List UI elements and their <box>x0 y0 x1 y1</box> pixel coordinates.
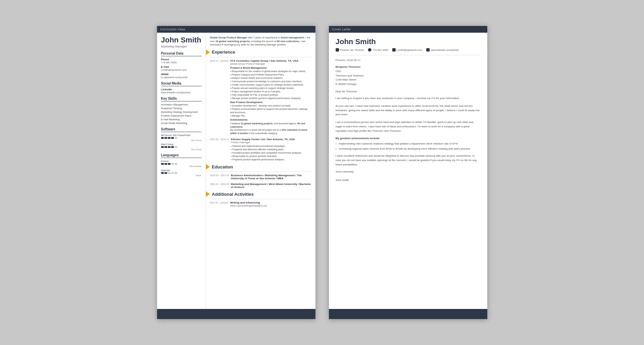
dot1 <box>161 172 164 174</box>
exp-1-b9: • Manage product portfolio (product segm… <box>230 97 311 100</box>
exp-1-role: Global Group Product Manager <box>230 62 311 65</box>
cv-lang-1-label: Intermediate <box>161 165 202 167</box>
cv-skill-1: Innovation Management <box>161 103 202 106</box>
cv-skill-6: Social Media Marketing <box>161 122 202 125</box>
cv-intro-bold: Global Group Product Manager <box>210 36 247 39</box>
edu-item-1: 2005-09 - 2007-05 Business Administratio… <box>210 174 311 180</box>
exp-2-b4: • Responsible for product portfolio fore… <box>231 155 311 158</box>
dot2 <box>164 172 167 174</box>
exp-2-b2: • Prepared and delivered effective marke… <box>231 148 311 151</box>
cv-linkedin: www.linkedin.com/johnntw <box>161 91 202 94</box>
dot2 <box>164 163 167 165</box>
cv-intro: Global Group Product Manager with 7 year… <box>210 36 311 47</box>
cv-skills-heading: Key Skills <box>161 97 202 101</box>
dot4 <box>171 146 174 148</box>
cover-letter-document: Cover Letter John Smith Phoenix, AZ, Pho… <box>329 26 487 319</box>
cv-software-1-name: MS Excel, MS PowerPoint <box>161 134 202 137</box>
exp-item-1: 2010-12 - present XYZ Cosmetics Capital … <box>210 59 311 135</box>
cl-recipient-addr1: 1140 Main Street <box>336 78 481 82</box>
cl-location: Phoenix, AZ, Phoenix <box>336 48 364 52</box>
email-icon <box>392 48 396 52</box>
exp-1-nb1: • Innovation development - develop new p… <box>230 104 311 107</box>
cv-languages-heading: Languages <box>161 153 202 158</box>
cl-recipient-company: Thomson and Thomson <box>336 74 481 78</box>
cv-email-label: E-mail <box>161 65 202 68</box>
exp-1-sub3: Achievements: <box>230 118 311 121</box>
exp-1-b3: • Analyze market trends and recommend so… <box>230 76 311 80</box>
cl-footer <box>329 309 487 319</box>
cv-footer <box>157 309 315 319</box>
cl-location-text: Phoenix, AZ, Phoenix <box>340 49 364 52</box>
cl-closing: Yours sincerely John Smith <box>336 170 481 182</box>
linkedin-icon <box>426 48 430 52</box>
exp-1-b8: • Fully responsible for P&L of product p… <box>230 93 311 96</box>
cl-email: j.smith@uptowork.com <box>392 48 422 52</box>
cl-closing-text: Yours sincerely <box>336 170 481 173</box>
exp-1-b2: • Prepare Category and Portfolio Deploym… <box>230 73 311 76</box>
cv-document: Curriculum Vitae John Smith Marketing Ma… <box>157 26 315 319</box>
cv-skill-2: Analytical Thinking <box>161 107 202 110</box>
cl-recipient-name: Benjamin Thomson <box>336 65 481 69</box>
edu-1-details: Business Administration / Marketing Mana… <box>231 174 311 180</box>
exp-1-nb3: • Manage P&L. <box>230 114 311 117</box>
exp-2-dates: 2007-09 - 2010-11 <box>210 138 231 161</box>
dot1 <box>161 137 164 139</box>
cv-sidebar: John Smith Marketing Manager Personal Da… <box>157 33 206 309</box>
dot5 <box>175 146 177 148</box>
dot3 <box>168 146 171 148</box>
cv-activities-header: Additional Activities <box>210 191 311 197</box>
cv-software-2-name: Mail Chimp <box>161 143 202 146</box>
cl-achievements-title: My greatest achievements include: <box>336 137 481 140</box>
dot5 <box>175 163 177 165</box>
education-arrow-icon <box>206 164 210 169</box>
exp-1-b5: • Create communication support plans for… <box>230 83 311 86</box>
cl-linkedin: www.linkedin.com/johntw <box>426 48 459 52</box>
cl-signature: John Smith <box>336 179 481 182</box>
cv-software-2: Mail Chimp Very Good <box>161 143 202 151</box>
exp-2-b3: • Provided product portfolios and compet… <box>231 151 311 154</box>
exp-2-b1: • Planned and implemented promotional ca… <box>231 145 311 148</box>
cl-para-3: I am a conscientious person who works ha… <box>336 120 481 133</box>
cv-education-title: Education <box>212 164 233 169</box>
dot3 <box>168 163 171 165</box>
dot2 <box>164 137 167 139</box>
dot4 <box>171 137 174 139</box>
cv-activities-divider <box>210 199 311 199</box>
exp-1-sub1: Product & Brand Management: <box>230 66 311 69</box>
dot4 <box>171 172 174 174</box>
cl-linkedin-text: www.linkedin.com/johntw <box>431 49 459 52</box>
cl-body: John Smith Phoenix, AZ, Phoenix 774-987-… <box>329 33 487 309</box>
exp-1-b4: • Communicate product knowledge to custo… <box>230 80 311 83</box>
cv-www-label: WWW <box>161 73 202 76</box>
cv-lang-1-rating <box>161 163 202 165</box>
exp-1-bold3: 19% reduction of stock within 3 months <box>230 129 307 134</box>
cl-email-text: j.smith@uptowork.com <box>397 49 422 52</box>
cv-software-2-rating <box>161 146 202 148</box>
cl-contact-row: Phoenix, AZ, Phoenix 774-987-4009 j.smit… <box>336 48 481 52</box>
activity-1-dates: 2012-01 - present <box>210 201 230 208</box>
cl-name: John Smith <box>336 37 481 46</box>
cl-header-label: Cover Letter <box>332 28 351 31</box>
cl-header-divider <box>336 55 481 55</box>
cv-linkedin-label: LinkedIn <box>161 88 202 91</box>
experience-arrow-icon <box>206 50 210 55</box>
cv-software-1-label: Very Good <box>161 139 202 142</box>
cv-intro-bold3: 10 global marketing projects, <box>215 40 250 43</box>
edu-2-details: Marketing and Management / West Miami Un… <box>231 183 311 189</box>
exp-1-b6: • Prepare annual marketing plans to supp… <box>230 87 311 90</box>
dot1 <box>161 163 164 165</box>
cv-job-title: Marketing Manager <box>161 45 202 48</box>
cv-phone-label: Phone <box>161 58 202 61</box>
cv-activities-title: Additional Activities <box>212 192 254 197</box>
cl-achievement-1: Implementing new customer relations stra… <box>336 142 481 146</box>
exp-1-b1: • Responsible for the creation of global… <box>230 70 311 73</box>
activity-item-1: 2012-01 - present Writing and Influencin… <box>210 201 311 208</box>
cl-recipient-title: CEO <box>336 69 481 74</box>
cv-phone: 774-987-4009 <box>161 61 202 64</box>
exp-1-dates: 2010-12 - present <box>210 59 230 135</box>
cv-lang-1-name: French <box>161 160 202 163</box>
dot3 <box>168 172 171 174</box>
cl-recipient-addr2: IL 60605 Chicago <box>336 82 481 87</box>
exp-2-details: Kitchen Supply Center Ltd / San Antonio,… <box>231 138 311 161</box>
cv-software-heading: Software <box>161 127 202 132</box>
